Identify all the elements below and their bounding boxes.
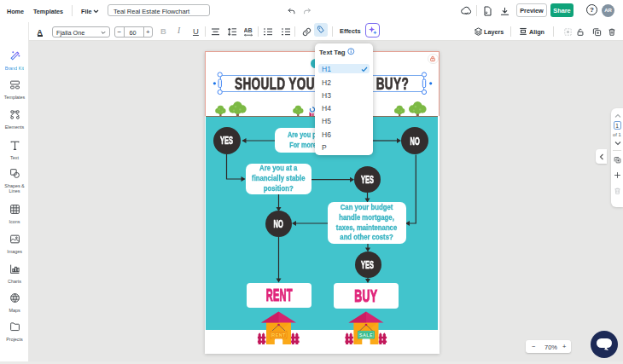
svg-text:RENT: RENT — [271, 332, 286, 338]
svg-text:SALE: SALE — [359, 332, 373, 338]
svg-text:AB: AB — [244, 27, 253, 33]
